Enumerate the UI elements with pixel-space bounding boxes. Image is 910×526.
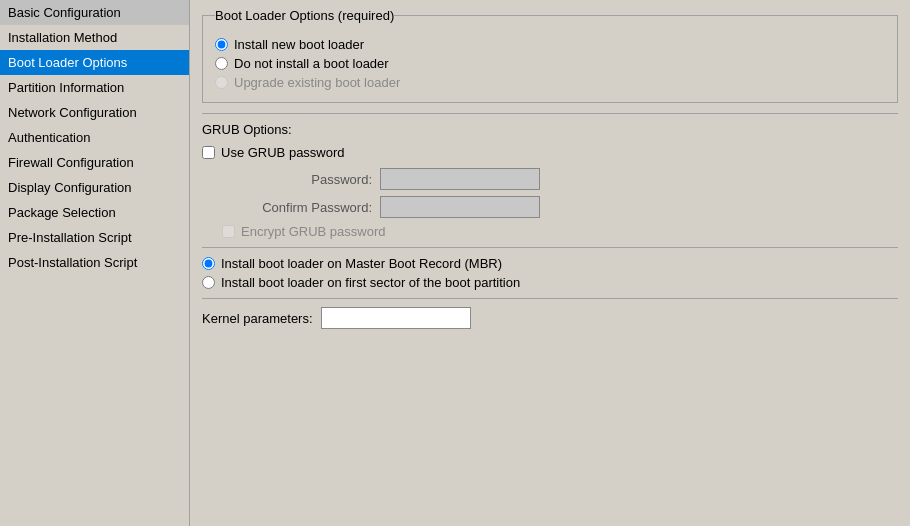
sidebar-item-authentication[interactable]: Authentication	[0, 125, 189, 150]
encrypt-grub-label: Encrypt GRUB password	[241, 224, 386, 239]
radio-do-not-install[interactable]	[215, 57, 228, 70]
confirm-password-row: Confirm Password:	[222, 196, 898, 218]
radio-row-do-not-install: Do not install a boot loader	[215, 56, 885, 71]
radio-first-sector[interactable]	[202, 276, 215, 289]
boot-location-section: Install boot loader on Master Boot Recor…	[202, 256, 898, 290]
radio-first-sector-label: Install boot loader on first sector of t…	[221, 275, 520, 290]
radio-install-new[interactable]	[215, 38, 228, 51]
sidebar-item-basic-configuration[interactable]: Basic Configuration	[0, 0, 189, 25]
radio-mbr[interactable]	[202, 257, 215, 270]
kernel-parameters-label: Kernel parameters:	[202, 311, 313, 326]
sidebar-item-display-configuration[interactable]: Display Configuration	[0, 175, 189, 200]
confirm-password-input[interactable]	[380, 196, 540, 218]
kernel-parameters-row: Kernel parameters:	[202, 307, 898, 329]
boot-loader-section-title: Boot Loader Options (required)	[215, 8, 394, 23]
radio-row-mbr: Install boot loader on Master Boot Recor…	[202, 256, 898, 271]
sidebar-item-firewall-configuration[interactable]: Firewall Configuration	[0, 150, 189, 175]
encrypt-grub-checkbox[interactable]	[222, 225, 235, 238]
radio-upgrade-label: Upgrade existing boot loader	[234, 75, 400, 90]
boot-loader-options-section: Boot Loader Options (required) Install n…	[202, 8, 898, 103]
sidebar-item-package-selection[interactable]: Package Selection	[0, 200, 189, 225]
grub-password-checkbox[interactable]	[202, 146, 215, 159]
radio-row-upgrade: Upgrade existing boot loader	[215, 75, 885, 90]
sidebar-item-network-configuration[interactable]: Network Configuration	[0, 100, 189, 125]
divider-2	[202, 247, 898, 248]
radio-row-first-sector: Install boot loader on first sector of t…	[202, 275, 898, 290]
radio-install-new-label: Install new boot loader	[234, 37, 364, 52]
radio-do-not-install-label: Do not install a boot loader	[234, 56, 389, 71]
encrypt-grub-row: Encrypt GRUB password	[222, 224, 898, 239]
confirm-password-field-label: Confirm Password:	[222, 200, 372, 215]
sidebar-item-installation-method[interactable]: Installation Method	[0, 25, 189, 50]
sidebar-item-partition-information[interactable]: Partition Information	[0, 75, 189, 100]
grub-options-section: GRUB Options: Use GRUB password Password…	[202, 122, 898, 239]
sidebar-item-post-installation-script[interactable]: Post-Installation Script	[0, 250, 189, 275]
grub-section-title: GRUB Options:	[202, 122, 898, 137]
sidebar-item-pre-installation-script[interactable]: Pre-Installation Script	[0, 225, 189, 250]
divider-3	[202, 298, 898, 299]
radio-mbr-label: Install boot loader on Master Boot Recor…	[221, 256, 502, 271]
main-content: Boot Loader Options (required) Install n…	[190, 0, 910, 526]
divider-1	[202, 113, 898, 114]
grub-password-checkbox-row: Use GRUB password	[202, 145, 898, 160]
sidebar: Basic ConfigurationInstallation MethodBo…	[0, 0, 190, 526]
radio-upgrade[interactable]	[215, 76, 228, 89]
sidebar-item-boot-loader-options[interactable]: Boot Loader Options	[0, 50, 189, 75]
radio-row-install-new: Install new boot loader	[215, 37, 885, 52]
password-row: Password:	[222, 168, 898, 190]
grub-password-label: Use GRUB password	[221, 145, 345, 160]
password-field-label: Password:	[222, 172, 372, 187]
kernel-parameters-input[interactable]	[321, 307, 471, 329]
password-input[interactable]	[380, 168, 540, 190]
